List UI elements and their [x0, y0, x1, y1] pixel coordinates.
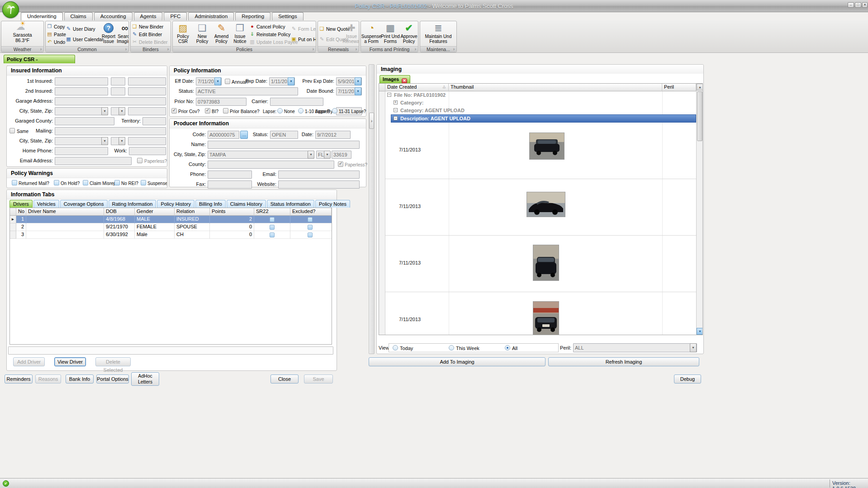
collapse-icon[interactable]: − [387, 93, 391, 97]
view-driver-button[interactable]: View Driver [54, 357, 86, 366]
eff-date-dropdown-icon[interactable]: ▾ [214, 77, 221, 85]
car-photo-thumbnail[interactable] [529, 133, 564, 160]
policy-csr-button[interactable]: ▨Policy CSR [174, 22, 192, 44]
ribbon-tab-claims[interactable]: Claims [64, 12, 93, 20]
lapse-11-31-radio[interactable] [332, 108, 337, 114]
reasons-button[interactable]: Reasons [35, 374, 61, 384]
garage-address-field[interactable] [55, 97, 166, 105]
user-diary-button[interactable]: ✎User Diary [66, 25, 101, 32]
document-tab-policy-csr[interactable]: Policy CSR - PAFL0101902 ✕ [4, 55, 75, 63]
suspense-a-form-button[interactable]: ◔Suspense a Form [362, 22, 381, 44]
tree-row-category-empty[interactable]: + Category: [385, 99, 696, 107]
update-loss-payee-button[interactable]: ▥Update Loss Payee [249, 38, 291, 45]
tab-policy-notes[interactable]: Policy Notes [315, 200, 350, 208]
image-row[interactable]: 7/11/2013 [385, 236, 696, 292]
garage-zip-field[interactable] [128, 107, 166, 115]
first-insured-middle-field[interactable] [111, 77, 125, 85]
driver-row-1[interactable]: ▶ 1 4/8/1968 MALE INSURED 2 [10, 216, 332, 223]
col-sr22[interactable]: SR22 [254, 208, 290, 216]
approve-policy-button[interactable]: ✔Approve Policy [400, 22, 418, 44]
tree-row-category-agent-upload[interactable]: − Category: AGENT UPLOAD [385, 107, 696, 114]
ribbon-tab-accounting[interactable]: Accounting [94, 12, 133, 20]
save-button[interactable]: Save [304, 374, 333, 384]
second-insured-first-name-field[interactable] [128, 87, 166, 95]
producer-city-dropdown-icon[interactable]: ▾ [308, 151, 314, 159]
second-insured-last-name-field[interactable] [55, 87, 108, 95]
ribbon-group-label-weather[interactable]: Weather [1, 46, 43, 52]
minimize-button[interactable]: – [848, 2, 854, 8]
tab-coverage-options[interactable]: Coverage Options [60, 200, 108, 208]
excluded-checkbox[interactable] [308, 225, 313, 230]
garaged-county-field[interactable] [55, 117, 114, 125]
no-rei-checkbox[interactable] [114, 180, 120, 185]
col-thumbnail[interactable]: Thumbnail [449, 84, 662, 91]
tab-status-information[interactable]: Status Information [267, 200, 314, 208]
ribbon-group-label-common[interactable]: Common [46, 46, 128, 52]
garage-city-field[interactable] [55, 107, 108, 115]
view-today-radio[interactable] [393, 345, 398, 351]
tree-row-file-no[interactable]: − File No: PAFL0101902 [385, 91, 696, 99]
collapse-icon[interactable]: − [394, 108, 398, 112]
image-row[interactable]: 7/11/2013 [385, 123, 696, 179]
close-button[interactable]: Close [270, 374, 299, 384]
peril-dropdown[interactable]: ALL [573, 343, 697, 352]
splitter-expand-icon[interactable]: › [369, 113, 374, 129]
view-this-week-radio[interactable] [449, 345, 454, 351]
car-photo-thumbnail[interactable] [533, 245, 559, 281]
producer-state-dropdown-icon[interactable]: ▾ [324, 151, 331, 159]
maximize-button[interactable]: □ [855, 2, 861, 8]
mailing-city-field[interactable] [55, 137, 108, 145]
scrollbar-thumb[interactable] [697, 91, 702, 141]
producer-city-field[interactable]: TAMPA [208, 151, 314, 159]
producer-code-lookup-button[interactable]: … [240, 131, 248, 139]
producer-date-field[interactable]: 9/7/2012 [315, 131, 351, 139]
report-issue-button[interactable]: ? Report Issue [101, 22, 116, 44]
mailing-state-dropdown-icon[interactable]: ▾ [119, 137, 125, 145]
prior-cov-checkbox[interactable] [171, 108, 177, 114]
excluded-checkbox[interactable] [308, 232, 313, 237]
producer-phone-field[interactable] [208, 171, 252, 179]
reinstate-policy-button[interactable]: ⇓Reinstate Policy [249, 31, 291, 38]
tab-drivers[interactable]: Drivers [9, 200, 33, 208]
producer-website-field[interactable] [278, 180, 360, 189]
adhoc-letters-button[interactable]: AdHoc Letters [131, 372, 159, 386]
ribbon-tab-agents[interactable]: Agents [134, 12, 163, 20]
refresh-imaging-button[interactable]: Refresh Imaging [548, 357, 699, 366]
garage-state-dropdown-icon[interactable]: ▾ [119, 107, 125, 115]
producer-zip-field[interactable]: 33619 [332, 151, 351, 159]
peril-dropdown-icon[interactable]: ▾ [690, 343, 697, 352]
ribbon-tab-underwriting[interactable]: Underwriting [21, 12, 63, 20]
suspense-checkbox[interactable] [141, 180, 146, 185]
sr22-checkbox[interactable] [270, 217, 275, 222]
add-to-imaging-button[interactable]: Add To Imaging [369, 357, 545, 366]
paste-button[interactable]: ▤Paste [47, 31, 66, 38]
second-insured-middle-field[interactable] [111, 87, 125, 95]
policy-status-field[interactable]: ACTIVE [196, 87, 298, 95]
producer-code-field[interactable]: A00000075 [208, 131, 239, 139]
ribbon-group-label-maintenance[interactable]: Maintena... [420, 46, 456, 52]
sr22-checkbox[interactable] [270, 232, 275, 237]
claim-misrep-checkbox[interactable] [83, 180, 88, 185]
issue-notice-button[interactable]: ❒Issue Notice [231, 22, 249, 44]
mailing-zip-field[interactable] [128, 137, 166, 145]
portal-options-button[interactable]: Portal Options [96, 374, 129, 384]
tab-policy-history[interactable]: Policy History [157, 200, 194, 208]
col-relation[interactable]: Relation [175, 208, 210, 216]
ribbon-group-label-binders[interactable]: Binders [131, 46, 171, 52]
edit-quote-button[interactable]: ✎Edit Quote [319, 36, 344, 43]
mailing-address-field[interactable] [55, 127, 166, 135]
maintain-und-features-button[interactable]: ≣Maintain Und Features [422, 22, 455, 44]
new-binder-button[interactable]: ❑New Binder [132, 23, 168, 30]
expand-icon[interactable]: + [394, 100, 398, 104]
email-address-field[interactable] [55, 157, 132, 165]
returned-mail-checkbox[interactable] [12, 180, 17, 185]
undo-button[interactable]: ↶Undo [47, 38, 66, 45]
tab-rating-information[interactable]: Rating Information [109, 200, 157, 208]
col-peril[interactable]: Peril [662, 84, 696, 91]
imaging-scrollbar[interactable]: ▲ ▼ [696, 84, 703, 335]
col-excluded[interactable]: Excluded? [290, 208, 332, 216]
same-as-garage-checkbox[interactable] [9, 128, 15, 133]
window-close-button[interactable]: ✕ [862, 2, 868, 8]
work-phone-field[interactable] [129, 147, 166, 155]
ribbon-tab-reporting[interactable]: Reporting [235, 12, 270, 20]
